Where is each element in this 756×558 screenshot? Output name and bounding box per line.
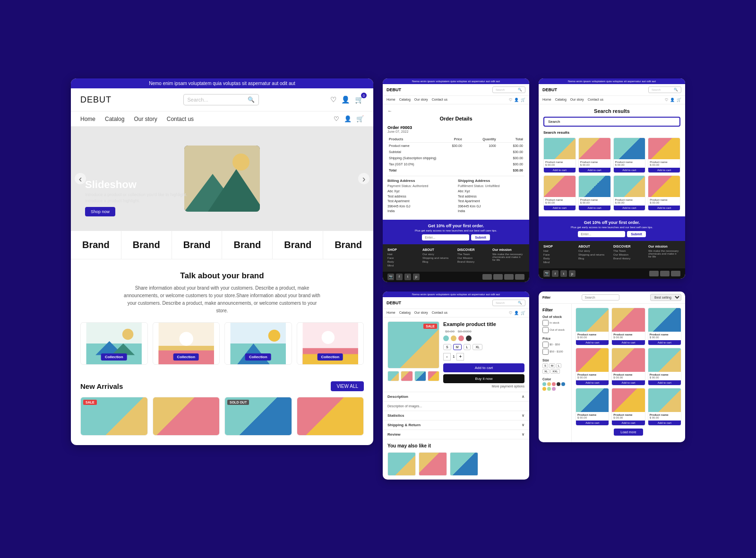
sp-nav-story-2[interactable]: Our story xyxy=(570,98,584,102)
footer-about-link-2[interactable]: Shipping and returns xyxy=(422,257,455,259)
pinterest-icon-2[interactable]: p xyxy=(569,270,576,277)
filter-color-1[interactable] xyxy=(542,382,546,386)
sr-add-btn-8[interactable]: Add to cart xyxy=(648,206,680,210)
pd-thumb-3[interactable] xyxy=(414,371,426,381)
footer-shop-link-6[interactable]: Face xyxy=(543,253,576,256)
pd-thumb-2[interactable] xyxy=(401,371,412,381)
pd-size-m[interactable]: M xyxy=(453,344,462,350)
filter-stock-out-checkbox[interactable] xyxy=(542,327,549,333)
pd-color-4[interactable] xyxy=(466,335,472,341)
filter-color-4[interactable] xyxy=(557,382,560,386)
cat-add-btn-4[interactable]: Add to cart xyxy=(576,380,609,385)
filter-price-1[interactable]: $0 - $50 xyxy=(542,342,567,348)
footer-about-link-1[interactable]: Our story xyxy=(422,253,455,256)
pd-size-l[interactable]: L xyxy=(464,344,471,350)
order-back-button[interactable]: ← xyxy=(387,108,524,113)
pinterest-icon[interactable]: p xyxy=(413,274,420,280)
sp-nav-home-2[interactable]: Home xyxy=(542,98,551,102)
sp-account-icon-2[interactable]: 👤 xyxy=(670,98,675,102)
account-icon[interactable]: 👤 xyxy=(341,95,350,104)
sp-wishlist-icon-3[interactable]: ♡ xyxy=(509,311,512,315)
collection-card-3[interactable]: Collection xyxy=(224,322,292,365)
footer-discover-link-4[interactable]: The Team xyxy=(613,249,645,252)
footer-shop-link-2[interactable]: Face xyxy=(387,257,420,259)
filter-color-2[interactable] xyxy=(547,382,551,386)
footer-about-link-5[interactable]: Shipping and returns xyxy=(578,253,610,256)
sp-cart-icon-2[interactable]: 🛒 xyxy=(677,98,681,102)
filter-stock-out[interactable]: Out of stock xyxy=(542,327,567,333)
sp-wishlist-icon-1[interactable]: ♡ xyxy=(509,98,512,102)
cat-add-btn-1[interactable]: Add to cart xyxy=(576,340,609,345)
search-results-input[interactable] xyxy=(543,117,680,127)
footer-discover-link-5[interactable]: Our Mission xyxy=(613,253,645,256)
sp-nav-home-3[interactable]: Home xyxy=(387,311,395,315)
sp-nav-home-1[interactable]: Home xyxy=(387,98,395,102)
cat-add-btn-5[interactable]: Add to cart xyxy=(612,380,644,385)
footer-shop-link-5[interactable]: Hair xyxy=(543,249,576,252)
nl-submit-button-2[interactable]: Submit xyxy=(627,231,646,237)
pd-thumb-4[interactable] xyxy=(428,371,439,381)
pd-color-2[interactable] xyxy=(451,335,456,341)
sp-search-2[interactable]: Search 🔍 xyxy=(648,86,681,93)
cat-add-btn-3[interactable]: Add to cart xyxy=(648,340,681,345)
filter-stock-in[interactable]: In stock xyxy=(542,320,567,326)
sr-add-btn-6[interactable]: Add to cart xyxy=(579,206,610,210)
sp-nav-story-3[interactable]: Our story xyxy=(414,311,428,315)
nav-catalog[interactable]: Catalog xyxy=(105,116,124,122)
sp-account-icon-3[interactable]: 👤 xyxy=(514,311,519,315)
sp-nav-catalog-1[interactable]: Catalog xyxy=(399,98,411,102)
filter-color-8[interactable] xyxy=(552,387,556,391)
sp-nav-contact-1[interactable]: Contact us xyxy=(432,98,447,102)
sr-add-btn-7[interactable]: Add to cart xyxy=(614,206,645,210)
nl-submit-button-1[interactable]: Submit xyxy=(471,234,490,240)
pd-color-3[interactable] xyxy=(458,335,464,341)
instagram-icon-2[interactable]: 📷 xyxy=(543,270,550,277)
filter-price-2[interactable]: $50 - $100 xyxy=(542,349,567,355)
search-bar-container[interactable]: Search... 🔍 xyxy=(183,94,259,105)
filter-stock-in-checkbox[interactable] xyxy=(542,320,549,326)
sp-search-4[interactable] xyxy=(582,294,619,300)
footer-about-link-3[interactable]: Blog xyxy=(422,260,455,263)
pd-buy-now-button[interactable]: Buy it now xyxy=(443,374,524,383)
filter-color-7[interactable] xyxy=(547,387,551,391)
hero-next-button[interactable]: › xyxy=(358,173,369,184)
sr-add-btn-5[interactable]: Add to cart xyxy=(544,206,576,210)
filter-color-6[interactable] xyxy=(542,387,546,391)
footer-shop-link-7[interactable]: Body xyxy=(543,257,576,260)
nav-cart-icon[interactable]: 🛒 xyxy=(356,115,364,122)
footer-shop-link-1[interactable]: Hair xyxy=(387,253,420,256)
filter-size-m[interactable]: M xyxy=(549,363,555,368)
collection-card-4[interactable]: Collection xyxy=(297,322,364,365)
facebook-icon[interactable]: f xyxy=(396,274,403,280)
filter-size-xxl[interactable]: XXL xyxy=(550,369,559,374)
nav-story[interactable]: Our story xyxy=(134,116,157,122)
nav-contact[interactable]: Contact us xyxy=(167,116,194,122)
pd-thumb-1[interactable] xyxy=(387,371,399,381)
pd-add-to-cart-button[interactable]: Add to cart xyxy=(443,363,524,372)
sr-add-btn-2[interactable]: Add to cart xyxy=(579,168,610,172)
view-all-button[interactable]: VIEW ALL xyxy=(331,381,364,391)
cat-add-btn-2[interactable]: Add to cart xyxy=(612,340,644,345)
pd-qty-increase[interactable]: + xyxy=(456,353,464,361)
wishlist-icon[interactable]: ♡ xyxy=(330,95,336,104)
sp-search-3[interactable]: Search 🔍 xyxy=(492,300,525,306)
sort-dropdown[interactable]: Best selling xyxy=(650,294,681,301)
pd-accord-shipping[interactable]: Shipping & Return ∨ xyxy=(383,421,529,430)
pd-qty-decrease[interactable]: - xyxy=(443,353,451,361)
pd-more-payment-options[interactable]: More payment options xyxy=(443,385,524,388)
pd-color-1[interactable] xyxy=(443,335,449,341)
nl-email-input-2[interactable] xyxy=(578,231,625,237)
nav-home[interactable]: Home xyxy=(80,116,95,122)
cat-add-btn-9[interactable]: Add to cart xyxy=(648,421,681,425)
sp-wishlist-icon-2[interactable]: ♡ xyxy=(665,98,668,102)
sp-account-icon-1[interactable]: 👤 xyxy=(514,98,519,102)
footer-discover-link-1[interactable]: The Team xyxy=(457,253,490,256)
filter-size-xl[interactable]: XL xyxy=(542,369,550,374)
sp-search-1[interactable]: Search 🔍 xyxy=(492,86,525,93)
pd-size-xl[interactable]: XL xyxy=(472,344,482,350)
footer-about-link-6[interactable]: Blog xyxy=(578,257,610,260)
collection-card-2[interactable]: Collection xyxy=(153,322,220,365)
hero-prev-button[interactable]: ‹ xyxy=(75,173,86,184)
load-more-button[interactable]: Load more xyxy=(614,429,643,436)
sp-nav-contact-2[interactable]: Contact us xyxy=(588,98,603,102)
